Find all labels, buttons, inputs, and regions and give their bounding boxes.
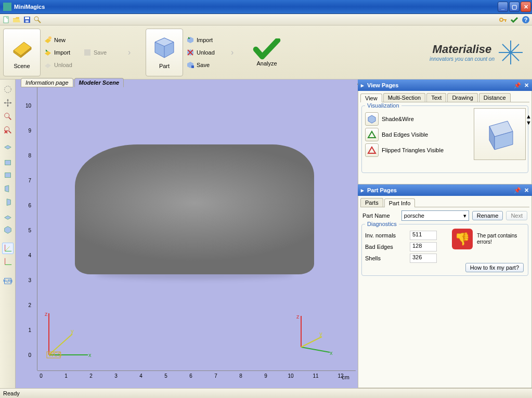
3d-model-porsche[interactable]: [75, 144, 314, 274]
axis-alt-button[interactable]: [2, 256, 14, 268]
analyze-label: Analyze: [256, 60, 277, 67]
search-icon[interactable]: [33, 16, 42, 24]
save-icon[interactable]: [23, 16, 31, 24]
svg-text:y: y: [71, 328, 74, 334]
svg-line-36: [8, 117, 11, 120]
svg-point-15: [48, 36, 51, 39]
collapse-icon[interactable]: ▸: [361, 82, 364, 89]
svg-marker-69: [368, 147, 375, 153]
check-icon[interactable]: [510, 16, 518, 24]
help-icon[interactable]: ?: [522, 16, 530, 24]
ruler-y: 10 9 8 7 6 5 4 3 2 1 0: [18, 87, 37, 370]
svg-marker-17: [45, 63, 51, 68]
view-bottom-button[interactable]: [2, 210, 14, 222]
open-folder-icon[interactable]: [12, 16, 21, 24]
new-file-icon[interactable]: [2, 16, 10, 24]
scene-new-button[interactable]: New: [44, 35, 80, 45]
flipped-triangles-button[interactable]: [365, 143, 379, 157]
svg-rect-41: [5, 173, 10, 178]
pan-tool-button[interactable]: [2, 97, 14, 109]
left-tool-strip: PARK: [0, 79, 16, 388]
tab-modeler-scene[interactable]: Modeler Scene: [74, 78, 124, 87]
part-section-button[interactable]: Part: [146, 29, 183, 76]
part-name-label: Part Name: [362, 213, 398, 219]
scene-unload-button: Unload: [44, 60, 80, 70]
right-panel-dock: ▸ View Pages 📌 ✕ View Multi-Section Text…: [358, 79, 532, 388]
panel-close-icon[interactable]: ✕: [524, 82, 529, 89]
part-import-button[interactable]: Import: [186, 35, 223, 45]
view-back-button[interactable]: [2, 170, 14, 181]
tab-distance[interactable]: Distance: [479, 93, 511, 102]
status-text: Ready: [3, 390, 20, 396]
tab-drawing[interactable]: Drawing: [447, 93, 477, 102]
brand-tagline: innovators you can count on: [430, 56, 495, 62]
svg-line-33: [502, 52, 511, 61]
view-top-button[interactable]: [2, 143, 14, 154]
tab-information-page[interactable]: Information page: [21, 78, 73, 87]
window-title: MiniMagics: [14, 4, 497, 10]
svg-marker-67: [368, 115, 375, 123]
rename-button[interactable]: Rename: [472, 211, 503, 220]
view-left-button[interactable]: [2, 183, 14, 195]
part-name-combo[interactable]: porsche▾: [401, 210, 469, 221]
part-unload-button[interactable]: Unload: [186, 47, 223, 58]
tab-part-info[interactable]: Part Info: [384, 198, 416, 207]
close-button[interactable]: ✕: [521, 2, 531, 12]
tab-multi-section[interactable]: Multi-Section: [383, 93, 426, 102]
svg-text:x: x: [88, 352, 92, 358]
park-button[interactable]: PARK: [2, 275, 14, 286]
window-titlebar: MiniMagics _ ▢ ✕: [0, 0, 532, 14]
bad-edges-button[interactable]: [365, 128, 379, 141]
analyze-button[interactable]: Analyze: [249, 29, 285, 76]
quick-toolbar: ?: [0, 14, 532, 25]
tab-text[interactable]: Text: [426, 93, 446, 102]
maximize-button[interactable]: ▢: [509, 2, 520, 12]
view-right-button[interactable]: [2, 197, 14, 208]
zoom-reset-button[interactable]: [2, 124, 14, 136]
svg-rect-25: [191, 65, 194, 68]
svg-line-30: [502, 44, 511, 52]
error-message: The part contains errors!: [477, 233, 524, 245]
cube-scrollbar[interactable]: ▲▼: [526, 113, 532, 126]
part-icon: [152, 36, 177, 61]
3d-viewport[interactable]: cm 10 9 8 7 6 5 4 3 2 1 0 0 1 2 3 4 5: [18, 87, 356, 386]
shade-wire-button[interactable]: [365, 112, 379, 126]
minimize-button[interactable]: _: [498, 2, 508, 12]
next-button: Next: [506, 211, 527, 220]
part-save-button[interactable]: Save: [186, 60, 223, 70]
panel-close-icon[interactable]: ✕: [524, 187, 529, 194]
pin-icon[interactable]: 📌: [514, 82, 521, 89]
visualization-group-label: Visualization: [365, 102, 401, 109]
tab-parts[interactable]: Parts: [360, 198, 383, 207]
svg-rect-0: [4, 17, 8, 23]
part-pages-header[interactable]: ▸ Part Pages 📌 ✕: [358, 184, 532, 196]
scene-icon: [9, 36, 34, 61]
brand-name: Materialise: [430, 43, 495, 56]
svg-marker-43: [7, 199, 10, 206]
view-iso-button[interactable]: [2, 224, 14, 235]
rotate-tool-button[interactable]: [2, 84, 14, 95]
status-bar: Ready: [0, 388, 532, 398]
scene-save-button: Save: [83, 47, 120, 58]
svg-point-35: [4, 113, 9, 118]
scene-section-button[interactable]: Scene: [3, 29, 41, 76]
svg-marker-45: [4, 227, 11, 234]
view-front-button[interactable]: [2, 156, 14, 168]
key-icon[interactable]: [499, 16, 507, 24]
svg-text:z: z: [45, 311, 48, 317]
collapse-icon[interactable]: ▸: [361, 187, 364, 194]
import-part-icon: [186, 36, 194, 44]
how-to-fix-button[interactable]: How to fix my part?: [465, 263, 524, 272]
scene-import-button[interactable]: Import: [44, 47, 80, 58]
svg-text:x: x: [330, 350, 333, 355]
tab-view[interactable]: View: [360, 94, 382, 102]
zoom-tool-button[interactable]: [2, 111, 14, 122]
svg-text:z: z: [296, 313, 300, 320]
axis-toggle-button[interactable]: [2, 243, 14, 254]
view-pages-header[interactable]: ▸ View Pages 📌 ✕: [358, 79, 532, 91]
brand-star-icon: [498, 39, 524, 65]
svg-line-38: [8, 131, 11, 133]
inv-normals-label: Inv. normals: [365, 232, 407, 238]
pin-icon[interactable]: 📌: [514, 187, 521, 194]
orientation-cube[interactable]: [474, 108, 526, 160]
